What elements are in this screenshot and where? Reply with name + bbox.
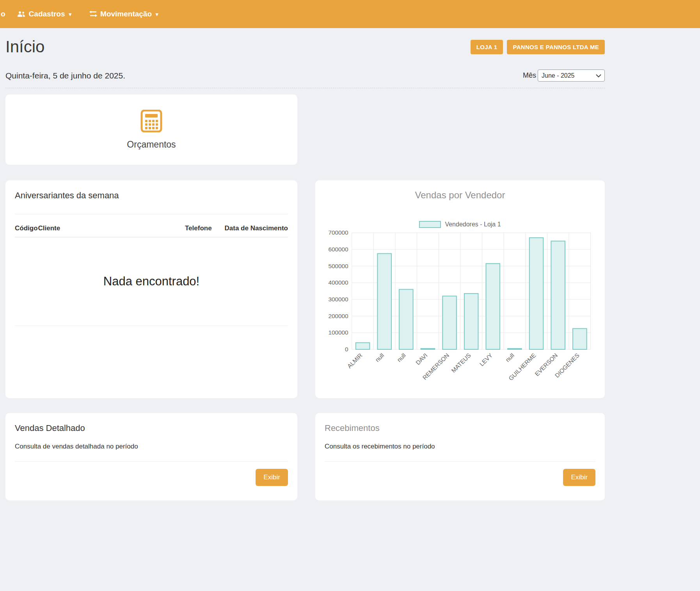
top-navbar: o Cadastros ▾ Movimentação ▾	[0, 0, 700, 28]
orcamentos-label: Orçamentos	[127, 139, 176, 150]
orcamentos-tile[interactable]: Orçamentos	[5, 94, 297, 165]
svg-text:0: 0	[345, 346, 348, 352]
exibir-vendas-button[interactable]: Exibir	[256, 469, 288, 486]
users-icon	[17, 11, 26, 17]
exibir-recebimentos-button[interactable]: Exibir	[563, 469, 595, 486]
svg-text:null: null	[374, 352, 385, 363]
card-footer: Exibir	[325, 462, 595, 493]
vendas-detalhado-description: Consulta de vendas detalhada no período	[15, 443, 288, 450]
svg-text:LEVY: LEVY	[478, 352, 494, 367]
recebimentos-title: Recebimentos	[325, 423, 595, 433]
svg-text:400000: 400000	[328, 279, 348, 286]
divider	[15, 214, 288, 214]
birthdays-title: Aniversariantes da semana	[15, 190, 288, 201]
svg-text:200000: 200000	[328, 313, 348, 319]
nav-item-label: Movimentação	[100, 10, 152, 18]
column-data-nascimento: Data de Nascimento	[221, 224, 288, 232]
svg-text:null: null	[504, 352, 515, 363]
svg-text:DAVI: DAVI	[414, 352, 429, 366]
main-container: Início LOJA 1 PANNOS E PANNOS LTDA ME Qu…	[5, 37, 605, 500]
company-button[interactable]: PANNOS E PANNOS LTDA ME	[507, 40, 605, 54]
empty-state-message: Nada encontrado!	[15, 237, 288, 326]
svg-text:MATEUS: MATEUS	[450, 352, 472, 374]
birthdays-table-header: Código Cliente Telefone Data de Nascimen…	[15, 224, 288, 237]
sales-chart-canvas: 0100000200000300000400000500000600000700…	[322, 229, 599, 397]
exchange-arrows-icon	[89, 11, 97, 17]
page-header: Início LOJA 1 PANNOS E PANNOS LTDA ME	[5, 37, 605, 56]
column-cliente: Cliente	[38, 224, 185, 232]
nav-item-label: Cadastros	[29, 10, 65, 18]
birthdays-card: Aniversariantes da semana Código Cliente…	[5, 180, 297, 398]
sales-chart-title: Vendas por Vendedor	[322, 190, 599, 201]
month-label: Mês	[523, 71, 536, 80]
legend-swatch-icon	[419, 221, 441, 228]
svg-text:500000: 500000	[328, 263, 348, 269]
nav-item-inicio-partial[interactable]: o	[1, 10, 5, 18]
svg-text:700000: 700000	[328, 229, 348, 236]
page-title: Início	[5, 37, 44, 56]
column-telefone: Telefone	[185, 224, 221, 232]
nav-item-movimentacao[interactable]: Movimentação ▾	[89, 10, 158, 18]
caret-down-icon: ▾	[156, 11, 158, 17]
caret-down-icon: ▾	[69, 11, 72, 17]
svg-text:100000: 100000	[328, 329, 348, 336]
recebimentos-card: Recebimentos Consulta os recebimentos no…	[315, 413, 605, 500]
month-select-value: June - 2025	[542, 72, 575, 79]
nav-item-cadastros[interactable]: Cadastros ▾	[17, 10, 71, 18]
month-select[interactable]: June - 2025	[538, 69, 605, 82]
recebimentos-description: Consulta os recebimentos no período	[325, 443, 595, 450]
svg-text:ALMIR: ALMIR	[346, 352, 364, 369]
sales-chart-card: Vendas por Vendedor Vendedores - Loja 1 …	[315, 180, 605, 398]
card-footer: Exibir	[15, 462, 288, 493]
date-row: Quinta-feira, 5 de junho de 2025. Mês Ju…	[5, 69, 605, 88]
vendas-detalhado-title: Vendas Detalhado	[15, 423, 288, 433]
svg-text:300000: 300000	[328, 296, 348, 303]
loja-1-button[interactable]: LOJA 1	[471, 40, 503, 54]
column-codigo: Código	[15, 224, 38, 232]
vendas-detalhado-card: Vendas Detalhado Consulta de vendas deta…	[5, 413, 297, 500]
chart-legend[interactable]: Vendedores - Loja 1	[322, 221, 599, 228]
divider	[15, 326, 288, 326]
store-buttons: LOJA 1 PANNOS E PANNOS LTDA ME	[471, 40, 605, 54]
current-date: Quinta-feira, 5 de junho de 2025.	[5, 71, 125, 80]
chevron-down-icon	[596, 72, 601, 79]
svg-text:null: null	[396, 352, 407, 363]
legend-label: Vendedores - Loja 1	[445, 221, 501, 228]
month-filter: Mês June - 2025	[523, 69, 605, 82]
svg-text:600000: 600000	[328, 246, 348, 253]
calculator-icon	[140, 110, 163, 134]
